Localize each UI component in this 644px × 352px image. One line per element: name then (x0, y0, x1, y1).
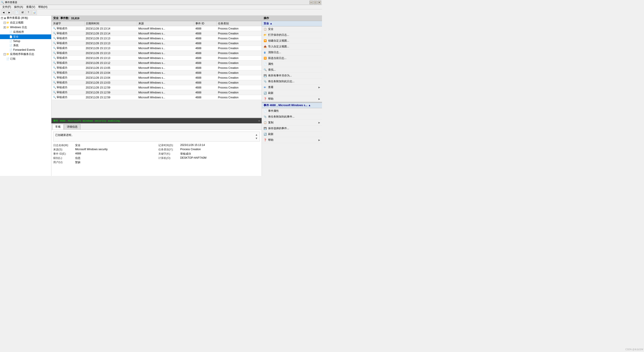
maximize-button[interactable]: □ (314, 1, 317, 4)
expand-icon[interactable]: ▼ (1, 17, 3, 19)
right-action-item[interactable]: 🗑清除日志... (262, 50, 322, 55)
back-button[interactable]: ◀ (1, 10, 6, 15)
actions-security-label[interactable]: 安全 ▲ (262, 21, 322, 26)
table-row[interactable]: 🔍审核成功 2023/11/26 15:13:12 Microsoft Wind… (52, 60, 262, 65)
cell-keyword: 🔍审核成功 (52, 60, 84, 65)
right-action-item[interactable]: 🔄刷新 (262, 90, 322, 96)
right-action-item[interactable]: 📋安全 (262, 26, 322, 32)
sidebar-item-security[interactable]: 📄 安全 (0, 34, 51, 39)
right-event-action-item[interactable]: 💾保存选择的事件... (262, 126, 322, 131)
action-label: 打开保存的日志... (268, 33, 289, 37)
minimize-button[interactable]: — (310, 1, 313, 4)
expand-icon[interactable]: + (4, 53, 6, 55)
tree-root[interactable]: ▼ 🖥 事件查看器 (本地) (0, 16, 51, 20)
cell-keyword: 🔍审核成功 (52, 80, 84, 85)
table-row[interactable]: 🔍审核成功 2023/11/26 15:13:13 Microsoft Wind… (52, 46, 262, 51)
cell-event-id: 4688 (194, 80, 217, 85)
col-keyword[interactable]: 关键字 (52, 21, 84, 26)
table-row[interactable]: 🔍审核成功 2023/11/26 15:13:13 Microsoft Wind… (52, 41, 262, 46)
right-action-item[interactable]: 📄属性 (262, 61, 322, 67)
cell-datetime: 2023/11/26 15:13:04 (84, 70, 137, 75)
table-row[interactable]: 🔍审核成功 2023/11/26 15:13:05 Microsoft Wind… (52, 65, 262, 70)
save-button[interactable]: 🗹 (20, 10, 25, 15)
event-table[interactable]: 关键字 日期和时间 来源 事件 ID 任务类别 🔍审核成功 2023/11/26… (52, 21, 262, 118)
right-action-item[interactable]: 🔽筛选当前日志... (262, 55, 322, 61)
table-row[interactable]: 🔍审核成功 2023/11/26 15:13:13 Microsoft Wind… (52, 56, 262, 60)
detail-field-row: 用户(U):暂缺 (53, 160, 155, 164)
right-action-item[interactable]: 👁查看▶ (262, 84, 322, 90)
right-event-action-item[interactable]: ❓帮助▶ (262, 137, 322, 143)
cell-event-id: 4688 (194, 70, 217, 75)
open-button[interactable]: 📄 (14, 10, 20, 15)
right-event-action-item[interactable]: 🔄刷新 (262, 131, 322, 137)
scroll-down-icon[interactable]: ▼ (255, 137, 258, 140)
system-icon: 📄 (10, 44, 12, 47)
scroll-up-icon[interactable]: ▲ (255, 133, 258, 136)
col-source[interactable]: 来源 (137, 21, 194, 26)
menu-item[interactable]: 帮助(H) (37, 5, 49, 9)
table-row[interactable]: 🔍审核成功 2023/11/26 15:13:04 Microsoft Wind… (52, 75, 262, 80)
menu-item[interactable]: 操作(A) (13, 5, 24, 9)
expand-icon[interactable]: + (4, 22, 6, 24)
right-event-action-item[interactable]: 📄事件属性 (262, 108, 322, 114)
table-row[interactable]: 🔍审核成功 2023/11/26 15:13:13 Microsoft Wind… (52, 51, 262, 56)
summary-text: 已创建新进程。 (55, 133, 74, 137)
right-event-action-item[interactable]: 📎将任务附加到此事件... (262, 114, 322, 120)
right-action-item[interactable]: 📂打开保存的日志... (262, 32, 322, 38)
right-event-action-item[interactable]: 📋复制▶ (262, 120, 322, 126)
action-label: 复制 (268, 121, 274, 124)
table-row[interactable]: 🔍审核成功 2023/11/26 15:12:59 Microsoft Wind… (52, 90, 262, 95)
cell-keyword: 🔍审核成功 (52, 95, 84, 100)
cell-category: Process Creation (217, 85, 262, 90)
sidebar-item-forwarded-events[interactable]: 📄 Forwarded Events (0, 48, 51, 52)
right-action-item[interactable]: ❓帮助▶ (262, 96, 322, 102)
log-name: 安全 (53, 16, 58, 20)
forward-button[interactable]: ▶ (7, 10, 12, 15)
table-row[interactable]: 🔍审核成功 2023/11/26 15:12:59 Microsoft Wind… (52, 95, 262, 100)
toolbar: ◀ ▶ 📄 🗹 ? 📊 (0, 9, 322, 16)
right-action-item[interactable]: 🔽创建自定义视图... (262, 38, 322, 44)
tab-details[interactable]: 详细信息 (64, 124, 80, 130)
security-icon: 📄 (10, 35, 12, 38)
view-button[interactable]: 📊 (32, 10, 37, 15)
close-button[interactable]: ✕ (318, 1, 321, 4)
help-button[interactable]: ? (26, 10, 31, 15)
event-actions-label[interactable]: 事件 4688，Microsoft Windows s... ▲ (262, 103, 322, 108)
sidebar-item-app-service-logs[interactable]: + 📁 应用程序和服务日志 (0, 52, 51, 56)
sidebar-item-system[interactable]: 📄 系统 (0, 43, 51, 48)
col-event-id[interactable]: 事件 ID (194, 21, 217, 26)
col-datetime[interactable]: 日期和时间 (84, 21, 137, 26)
sidebar-item-custom-views[interactable]: + 📁 自定义视图 (0, 20, 51, 25)
action-icon: 📎 (264, 115, 267, 118)
expand-icon[interactable]: ▼ (4, 26, 6, 29)
action-icon: ❓ (264, 97, 267, 100)
cell-category: Process Creation (217, 95, 262, 100)
sidebar-item-application[interactable]: 📄 应用程序 (0, 30, 51, 34)
menu-item[interactable]: 文件(F) (1, 5, 12, 9)
cell-source: Microsoft Windows s... (137, 36, 194, 41)
field-label: 日志名称(M): (53, 143, 73, 147)
table-row[interactable]: 🔍审核成功 2023/11/26 15:12:59 Microsoft Wind… (52, 85, 262, 90)
right-action-item[interactable]: 💾将所有事件另存为... (262, 73, 322, 79)
table-row[interactable]: 🔍审核成功 2023/11/26 15:13:04 Microsoft Wind… (52, 70, 262, 75)
col-category[interactable]: 任务类别 (217, 21, 262, 26)
action-icon: 🔄 (264, 133, 267, 136)
table-row[interactable]: 🔍审核成功 2023/11/26 15:13:14 Microsoft Wind… (52, 26, 262, 31)
table-row[interactable]: 🔍审核成功 2023/11/26 15:13:03 Microsoft Wind… (52, 80, 262, 85)
table-row[interactable]: 🔍审核成功 2023/11/26 15:13:14 Microsoft Wind… (52, 31, 262, 36)
detail-header: 事件 4688，Microsoft Windows security audit… (52, 118, 262, 123)
menu-item[interactable]: 查看(V) (25, 5, 36, 9)
action-icon: 📂 (264, 33, 267, 36)
table-row[interactable]: 🔍审核成功 2023/11/26 15:13:13 Microsoft Wind… (52, 36, 262, 41)
right-action-item[interactable]: 📎将任务附加到此日志... (262, 79, 322, 84)
center-panel: 安全 事件数: 33,819 关键字 日期和时间 来源 事件 ID 任务类别 🔍… (52, 16, 262, 176)
right-action-item[interactable]: 📥导入自定义视图... (262, 44, 322, 50)
cell-category: Process Creation (217, 41, 262, 46)
sidebar-item-setup[interactable]: 📄 Setup (0, 39, 51, 43)
detail-close-button[interactable]: ✕ (258, 119, 260, 122)
sidebar-item-subscriptions[interactable]: 📄 订阅 (0, 56, 51, 61)
right-action-item[interactable]: 🔍查找... (262, 67, 322, 73)
tab-general[interactable]: 常规 (52, 124, 64, 130)
sidebar-item-windows-logs[interactable]: ▼ 📁 Windows 日志 (0, 25, 51, 30)
field-value: 信息 (75, 156, 80, 160)
